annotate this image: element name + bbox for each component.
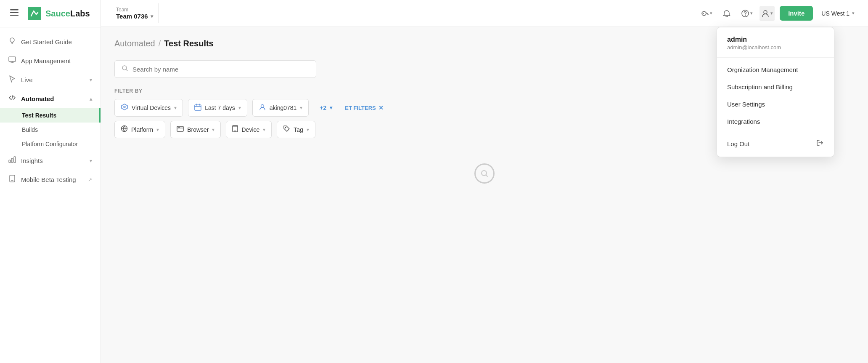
- svg-point-22: [178, 127, 179, 128]
- empty-search-icon: [474, 163, 495, 184]
- browser-icon: [177, 125, 184, 134]
- sidebar-navigation: Get Started Guide App Management Live ▾ …: [0, 27, 101, 363]
- region-selector[interactable]: US West 1 ▾: [818, 7, 858, 20]
- code-icon: [8, 94, 16, 104]
- sidebar-item-live-label: Live: [21, 76, 33, 83]
- automated-chevron-icon: ▴: [90, 96, 92, 102]
- sidebar-item-automated[interactable]: Automated ▴: [0, 89, 101, 108]
- user-filter[interactable]: aking0781 ▾: [252, 99, 309, 117]
- saucelabs-logo-icon: [28, 7, 41, 20]
- svg-point-14: [764, 11, 767, 14]
- logout-icon: [816, 139, 824, 148]
- sidebar-subitem-platform-configurator[interactable]: Platform Configurator: [0, 137, 101, 151]
- calendar-icon: [194, 104, 201, 112]
- team-label: Team: [116, 7, 153, 13]
- logo-text: SauceLabs: [45, 9, 90, 19]
- hamburger-button[interactable]: [8, 8, 20, 19]
- team-chevron-icon: ▾: [151, 13, 153, 19]
- chart-icon: [8, 156, 16, 165]
- search-icon: [122, 65, 128, 73]
- breadcrumb-parent: Automated: [114, 39, 155, 48]
- sidebar-item-insights[interactable]: Insights ▾: [0, 151, 101, 170]
- credentials-chevron-icon: ▾: [710, 11, 712, 16]
- dropdown-item-user-settings[interactable]: User Settings: [717, 96, 834, 113]
- sidebar: SauceLabs Get Started Guide App Manageme…: [0, 0, 101, 363]
- dropdown-header: admin admin@localhost.com: [717, 27, 834, 58]
- close-filters-icon: ✕: [378, 104, 384, 111]
- dropdown-username: admin: [727, 36, 824, 43]
- team-selector[interactable]: Team Team 0736 ▾: [111, 3, 159, 23]
- svg-rect-1: [10, 12, 19, 13]
- mobile-beta-icon: [8, 175, 16, 184]
- svg-point-25: [285, 127, 286, 128]
- user-menu-button[interactable]: ▾: [760, 6, 775, 21]
- platform-filter[interactable]: Platform ▾: [114, 121, 165, 138]
- dropdown-items: Orgnization Management Subscription and …: [717, 58, 834, 157]
- insights-chevron-icon: ▾: [90, 158, 92, 164]
- more-filters-label: +2: [320, 104, 326, 111]
- team-name: Team 0736 ▾: [116, 13, 153, 20]
- breadcrumb-separator: /: [159, 39, 161, 48]
- svg-rect-2: [10, 15, 19, 16]
- dropdown-email: admin@localhost.com: [727, 44, 824, 51]
- empty-state: [114, 163, 855, 184]
- virtual-devices-filter[interactable]: Virtual Devices ▾: [114, 99, 183, 117]
- search-bar: [114, 60, 316, 78]
- monitor-icon: [8, 56, 16, 66]
- platform-chevron-icon: ▾: [156, 127, 159, 133]
- device-filter[interactable]: Device ▾: [226, 121, 272, 138]
- sidebar-item-app-management[interactable]: App Management: [0, 51, 101, 70]
- browser-chevron-icon: ▾: [212, 127, 214, 133]
- credentials-button[interactable]: ▾: [699, 6, 714, 21]
- sidebar-subitem-builds[interactable]: Builds: [0, 123, 101, 137]
- device-chevron-icon: ▾: [263, 127, 265, 133]
- user-filter-chevron-icon: ▾: [300, 105, 302, 111]
- virtual-devices-icon: [121, 103, 128, 112]
- live-chevron-icon: ▾: [90, 77, 92, 83]
- svg-rect-5: [9, 57, 16, 61]
- svg-point-11: [703, 13, 704, 14]
- sidebar-subitem-test-results[interactable]: Test Results: [0, 108, 101, 123]
- dropdown-item-org-mgmt[interactable]: Orgnization Management: [717, 61, 834, 78]
- sidebar-item-live[interactable]: Live ▾: [0, 70, 101, 89]
- topbar: Team Team 0736 ▾ ▾ ▾ ▾ Invite: [101, 0, 868, 27]
- more-filters-button[interactable]: +2 ▾: [314, 99, 338, 117]
- external-link-icon: ↗: [88, 177, 92, 183]
- notifications-button[interactable]: [719, 6, 734, 21]
- svg-rect-7: [11, 158, 13, 163]
- sidebar-item-app-management-label: App Management: [21, 57, 71, 64]
- tag-filter[interactable]: Tag ▾: [277, 121, 315, 138]
- help-button[interactable]: ▾: [739, 6, 754, 21]
- svg-point-26: [482, 171, 487, 176]
- sidebar-item-automated-label: Automated: [21, 95, 54, 102]
- svg-point-17: [124, 106, 125, 108]
- browser-filter-label: Browser: [187, 126, 209, 133]
- device-icon: [232, 125, 238, 134]
- region-chevron-icon: ▾: [852, 11, 855, 16]
- tag-chevron-icon: ▾: [307, 127, 309, 133]
- dropdown-item-logout[interactable]: Log Out: [717, 134, 834, 153]
- sidebar-logo-area: SauceLabs: [0, 0, 101, 27]
- user-filter-label: aking0781: [270, 104, 297, 111]
- help-chevron-icon: ▾: [750, 11, 753, 16]
- invite-button[interactable]: Invite: [780, 6, 813, 21]
- bulb-icon: [8, 37, 16, 47]
- sidebar-item-mobile-beta-label: Mobile Beta Testing: [21, 176, 76, 183]
- breadcrumb-current: Test Results: [164, 39, 213, 48]
- user-filter-icon: [259, 103, 266, 112]
- user-dropdown-menu: admin admin@localhost.com Orgnization Ma…: [717, 27, 834, 157]
- sidebar-item-mobile-beta[interactable]: Mobile Beta Testing ↗: [0, 170, 101, 189]
- sidebar-item-get-started-label: Get Started Guide: [21, 38, 72, 45]
- reset-filters-button[interactable]: ET FILTERS ✕: [345, 99, 383, 117]
- search-input[interactable]: [132, 66, 309, 73]
- date-filter-label: Last 7 days: [205, 104, 235, 111]
- virtual-devices-label: Virtual Devices: [132, 104, 171, 111]
- dropdown-item-sub-billing[interactable]: Subscription and Billing: [717, 78, 834, 96]
- dropdown-item-integrations[interactable]: Integrations: [717, 113, 834, 130]
- browser-filter[interactable]: Browser ▾: [170, 121, 221, 138]
- sidebar-item-get-started[interactable]: Get Started Guide: [0, 32, 101, 51]
- more-filters-chevron-icon: ▾: [330, 105, 332, 111]
- date-filter[interactable]: Last 7 days ▾: [188, 99, 247, 117]
- automated-subitems: Test Results Builds Platform Configurato…: [0, 108, 101, 151]
- sidebar-item-insights-label: Insights: [21, 157, 43, 164]
